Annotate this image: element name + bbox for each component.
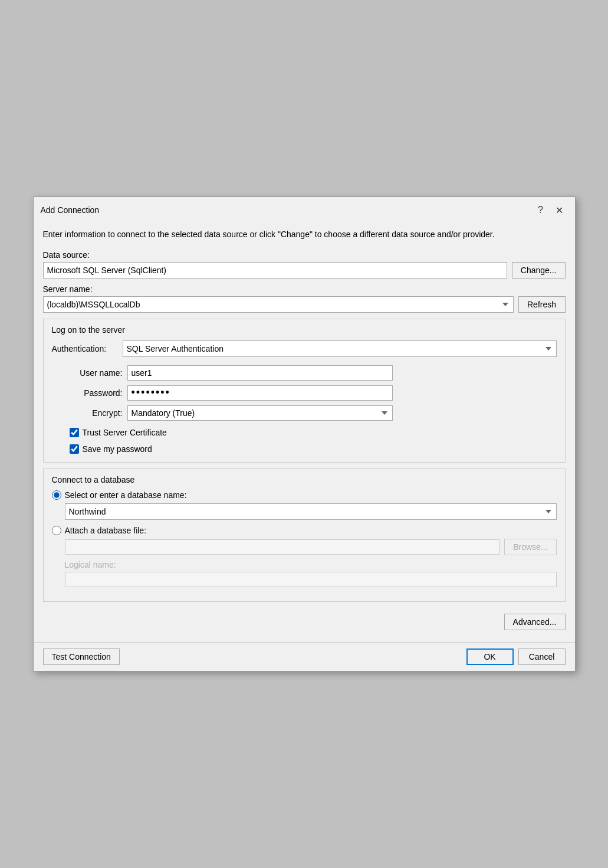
footer-right: OK Cancel: [466, 648, 566, 665]
log-on-section: Log on to the server Authentication: Win…: [43, 319, 566, 463]
trust-cert-label: Trust Server Certificate: [83, 428, 167, 437]
encrypt-dropdown[interactable]: Mandatory (True)Optional (False)Strict (…: [127, 405, 393, 421]
authentication-dropdown[interactable]: Windows AuthenticationSQL Server Authent…: [123, 340, 557, 357]
attach-file-row: Browse...: [65, 539, 557, 555]
auth-row: Authentication: Windows AuthenticationSQ…: [52, 340, 557, 357]
select-db-radio-row: Select or enter a database name:: [52, 490, 557, 500]
encrypt-label: Encrypt:: [70, 408, 123, 418]
password-row: Password:: [70, 385, 557, 401]
auth-label: Authentication:: [52, 344, 117, 353]
credentials-grid: User name: Password: Encrypt: Mandatory …: [52, 365, 557, 454]
data-source-section: Data source: Change...: [43, 250, 566, 279]
database-name-indent: Northwindmastertempdb: [52, 503, 557, 520]
attach-db-radio[interactable]: [52, 526, 61, 535]
connect-db-section: Connect to a database Select or enter a …: [43, 469, 566, 602]
server-name-section: Server name: (localdb)\MSSQLLocalDb Refr…: [43, 284, 566, 313]
connect-db-title: Connect to a database: [52, 475, 557, 484]
dialog-body: Enter information to connect to the sele…: [34, 222, 575, 642]
dialog-title: Add Connection: [41, 205, 100, 215]
attach-db-radio-row: Attach a database file:: [52, 526, 557, 535]
add-connection-dialog: Add Connection ? ✕ Enter information to …: [33, 196, 576, 672]
save-password-checkbox[interactable]: [70, 444, 79, 454]
advanced-section: Advanced...: [43, 614, 566, 630]
close-button[interactable]: ✕: [551, 202, 568, 218]
attach-db-indent: Browse... Logical name:: [52, 539, 557, 587]
cancel-button[interactable]: Cancel: [518, 648, 566, 665]
password-label: Password:: [70, 388, 123, 398]
log-on-title: Log on to the server: [52, 325, 557, 335]
logical-name-input: [65, 572, 557, 587]
change-button[interactable]: Change...: [512, 262, 566, 279]
ok-button[interactable]: OK: [466, 648, 514, 665]
save-password-row: Save my password: [70, 444, 557, 454]
advanced-button[interactable]: Advanced...: [504, 614, 566, 630]
server-name-label: Server name:: [43, 284, 566, 294]
select-db-radio-label: Select or enter a database name:: [65, 490, 187, 500]
refresh-button[interactable]: Refresh: [518, 296, 566, 313]
data-source-input[interactable]: [43, 262, 507, 279]
server-name-dropdown[interactable]: (localdb)\MSSQLLocalDb: [43, 296, 514, 313]
attach-db-radio-label: Attach a database file:: [65, 526, 147, 535]
username-label: User name:: [70, 368, 123, 378]
logical-name-label: Logical name:: [65, 560, 557, 569]
test-connection-button[interactable]: Test Connection: [43, 648, 120, 665]
help-button[interactable]: ?: [533, 202, 549, 218]
title-bar: Add Connection ? ✕: [34, 197, 575, 222]
trust-cert-row: Trust Server Certificate: [70, 428, 557, 437]
select-db-radio[interactable]: [52, 490, 61, 500]
username-row: User name:: [70, 365, 557, 381]
encrypt-row: Encrypt: Mandatory (True)Optional (False…: [70, 405, 557, 421]
attach-file-input: [65, 539, 500, 555]
description-text: Enter information to connect to the sele…: [43, 229, 566, 241]
username-input[interactable]: [127, 365, 393, 381]
browse-button: Browse...: [504, 539, 556, 555]
data-source-label: Data source:: [43, 250, 566, 260]
save-password-label: Save my password: [83, 444, 152, 454]
footer: Test Connection OK Cancel: [34, 642, 575, 671]
database-dropdown[interactable]: Northwindmastertempdb: [65, 503, 557, 520]
password-input[interactable]: [127, 385, 393, 401]
trust-cert-checkbox[interactable]: [70, 428, 79, 437]
